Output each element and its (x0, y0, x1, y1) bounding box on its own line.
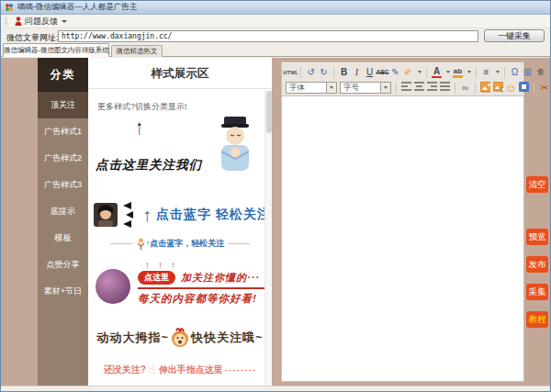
toolbar-grip (5, 17, 7, 26)
chevron-down-icon (62, 20, 67, 23)
style-sample-2[interactable]: ↑ 点击蓝字 轻松关注 (94, 199, 272, 230)
one-click-collect-button[interactable]: 一键采集 (484, 29, 545, 42)
editor-panel: HTML ↺ ↻ B I U ABC ✎ ✐ A ab (281, 62, 524, 382)
align-center-icon[interactable] (414, 82, 424, 95)
sidebar-item-ad-style3[interactable]: 广告样式3 (38, 172, 88, 198)
url-bar: 微信文章网址: 一键采集 (1, 28, 550, 44)
article-url-input[interactable] (58, 30, 478, 42)
link-icon[interactable]: ∞ (460, 82, 470, 95)
preview-scroll-area: 更多样式?切换分类显示! ↑ 点击这里关注我们 (88, 90, 272, 386)
bold-icon[interactable]: B (339, 66, 349, 79)
chevron-down-icon (446, 71, 450, 73)
sample4-line2: 每天的内容都等你好看! (138, 292, 272, 306)
chevron-down-icon (496, 71, 500, 73)
style-sample-4[interactable]: ↑↑↑ 点这里 加关注你懂的··· 每天的内容都等你好看! (96, 260, 272, 315)
divider-line (110, 243, 132, 244)
align-justify-icon[interactable] (440, 82, 450, 95)
chevron-down-icon (326, 83, 336, 93)
sidebar-item-ad-style1[interactable]: 广告样式1 (38, 118, 88, 145)
strikethrough-icon[interactable]: ABC (377, 66, 388, 79)
style-sample-6[interactable]: 还没关注? ☝ 伸出手指点这里 -------- (88, 363, 272, 376)
round-photo-thumb (96, 269, 130, 304)
cut-icon[interactable]: ✂ (539, 82, 549, 95)
sample2-text: 点击蓝字 轻松关注 (156, 207, 271, 223)
highlight-color-icon[interactable]: ab (453, 67, 463, 78)
tab-hot-articles[interactable]: 微信精选热文 (111, 45, 163, 57)
sample3-text: ↑点击蓝字，轻松关注 (146, 238, 225, 250)
sidebar-item-like-share[interactable]: 点赞分享 (38, 252, 88, 278)
preview-button[interactable]: 预览 (526, 229, 548, 245)
pen-color-icon[interactable]: ✐ (403, 66, 413, 79)
titlebar: 嘀嘀-微信编辑器---人人都是广告主 (1, 1, 550, 15)
sidebar-item-bottom-tip[interactable]: 底提示 (38, 198, 88, 225)
preview-scrollbar-thumb[interactable] (266, 91, 272, 133)
toolbar-row-1: HTML ↺ ↻ B I U ABC ✎ ✐ A ab (286, 64, 520, 80)
format-brush-icon[interactable]: ✎ (390, 66, 400, 79)
bowing-man-cartoon (215, 115, 257, 174)
hand-drawn-arrows (123, 201, 133, 229)
collect-button[interactable]: 采集 (526, 284, 548, 300)
sidebar-item-ad-style2[interactable]: 广告样式2 (38, 145, 88, 172)
align-left-icon[interactable] (401, 82, 411, 95)
style-sample-1[interactable]: ↑ 点击这里关注我们 (88, 115, 272, 199)
woman-photo-thumb (94, 203, 118, 227)
dash-trail: -------- (225, 364, 257, 375)
sidebar-item-material-festival[interactable]: 素材+节日 (38, 278, 88, 305)
redo-icon[interactable]: ↻ (319, 66, 329, 79)
divider-line (228, 243, 250, 244)
red-up-arrows-icon: ↑↑↑ (145, 260, 272, 270)
sample1-text: 点击这里关注我们 (96, 157, 202, 174)
style-preview-panel: 样式展示区 更多样式?切换分类显示! ↑ 点击这里关注我们 (88, 58, 272, 386)
find-replace-icon[interactable]: 查 (535, 66, 545, 79)
main-area: 分类 顶关注 广告样式1 广告样式2 广告样式3 底提示 模板 点赞分享 素材+… (1, 58, 550, 386)
publish-button[interactable]: 发布 (526, 256, 548, 273)
tab-editor[interactable]: 微信编辑器-微信图文内容排版系统 (3, 43, 109, 57)
preview-hint-text: 更多样式?切换分类显示! (97, 101, 272, 113)
person-icon (15, 17, 22, 26)
red-underline (138, 287, 272, 289)
feedback-menu-item[interactable]: 问题反馈 (11, 16, 71, 28)
blue-up-arrow-icon: ↑ (142, 205, 152, 226)
underline-icon[interactable]: U (365, 66, 375, 79)
pointing-hand-icon: ☝ (149, 363, 156, 376)
chevron-down-icon (380, 83, 390, 93)
clear-button[interactable]: 清空 (526, 176, 548, 193)
editor-content-area[interactable] (281, 96, 524, 382)
video-icon[interactable] (519, 82, 529, 95)
sample4-line1: 加关注你懂的··· (181, 271, 260, 285)
sample6-left-text: 还没关注? (104, 364, 146, 376)
font-size-select[interactable]: 字号 (340, 82, 391, 94)
italic-icon[interactable]: I (352, 66, 362, 79)
table-icon[interactable]: ⊞ (523, 66, 533, 79)
app-icon (5, 3, 14, 12)
sample4-content: ↑↑↑ 点这里 加关注你懂的··· 每天的内容都等你好看! (138, 260, 272, 315)
menubar: 问题反馈 (1, 15, 550, 28)
undo-icon[interactable]: ↺ (306, 66, 316, 79)
image-icon[interactable] (480, 82, 490, 95)
tiny-figure-cartoon (136, 238, 146, 250)
html-source-icon[interactable]: HTML (286, 66, 296, 79)
sample5-left-text: 动动大拇指~ (96, 330, 169, 346)
sample6-text: 伸出手指点这里 (159, 364, 223, 376)
sidebar-item-template[interactable]: 模板 (38, 225, 88, 252)
style-sample-5[interactable]: 动动大拇指~ 快快关注哦~ (88, 322, 272, 353)
style-sample-3[interactable]: ↑点击蓝字，轻松关注 (88, 232, 272, 254)
chevron-down-icon (418, 71, 422, 73)
list-icon[interactable]: ≡ (481, 66, 491, 79)
image-add-icon[interactable] (493, 82, 503, 95)
status-bar (1, 386, 550, 392)
feedback-label: 问题反馈 (25, 16, 58, 28)
monkey-cartoon (169, 327, 191, 349)
tutorial-button[interactable]: 教程 (526, 311, 548, 328)
chevron-down-icon (467, 71, 471, 73)
sidebar-item-top-follow[interactable]: 顶关注 (38, 92, 88, 118)
special-char-icon[interactable]: Ω (510, 66, 520, 79)
font-color-icon[interactable]: A (432, 67, 442, 78)
sidebar-header: 分类 (38, 58, 88, 92)
toolbar-row-2: 字体 字号 ∞ ☺ (286, 80, 520, 95)
font-family-select[interactable]: 字体 (286, 82, 337, 94)
align-right-icon[interactable] (427, 82, 437, 95)
preview-scrollbar[interactable] (264, 90, 272, 386)
category-sidebar: 分类 顶关注 广告样式1 广告样式2 广告样式3 底提示 模板 点赞分享 素材+… (38, 58, 88, 386)
emoticon-icon[interactable]: ☺ (506, 82, 516, 95)
